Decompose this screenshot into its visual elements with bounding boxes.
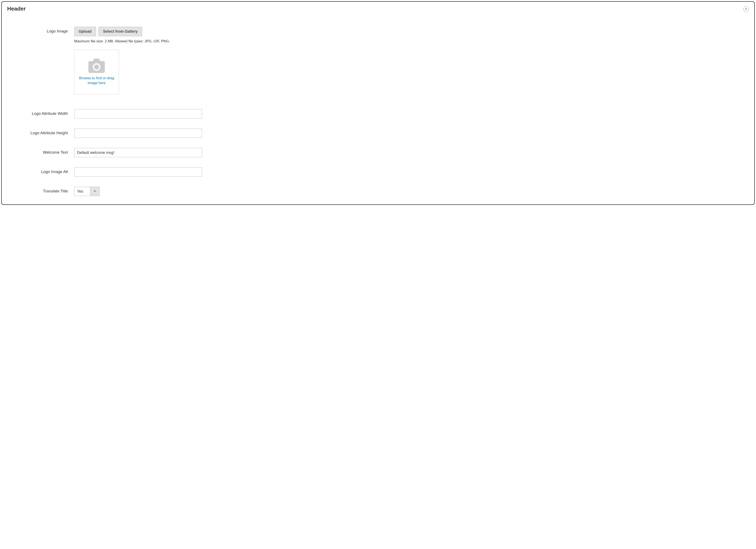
logo-alt-input[interactable] — [74, 167, 202, 177]
row-logo-height: Logo Attribute Height — [9, 129, 749, 138]
label-logo-width: Logo Attribute Width — [9, 109, 74, 116]
translate-title-select[interactable]: Yes — [74, 187, 100, 196]
select-from-gallery-button[interactable]: Select from Gallery — [99, 27, 142, 36]
row-translate-title: Translate Title Yes — [9, 187, 749, 196]
select-arrow — [90, 187, 99, 196]
label-welcome-text: Welcome Text — [9, 148, 74, 155]
row-logo-image: Logo Image Upload Select from Gallery Ma… — [9, 27, 749, 94]
field-logo-image: Upload Select from Gallery Maximum file … — [74, 27, 170, 94]
translate-title-value: Yes — [74, 187, 90, 196]
row-welcome-text: Welcome Text — [9, 148, 749, 157]
svg-point-0 — [93, 64, 100, 70]
logo-width-input[interactable] — [74, 109, 202, 119]
form-body: Logo Image Upload Select from Gallery Ma… — [7, 27, 749, 196]
collapse-toggle[interactable] — [743, 6, 749, 12]
image-dropzone[interactable]: Browse to find or drag image here — [74, 50, 119, 94]
panel-title: Header — [7, 5, 26, 12]
logo-height-input[interactable] — [74, 129, 202, 138]
label-logo-height: Logo Attribute Height — [9, 129, 74, 135]
header-config-panel: Header Logo Image Upload Select from Gal… — [1, 1, 755, 205]
caret-down-icon — [94, 191, 96, 192]
camera-icon — [88, 59, 105, 73]
label-logo-alt: Logo Image Alt — [9, 167, 74, 174]
dropzone-text: Browse to find or drag image here — [77, 76, 117, 86]
row-logo-alt: Logo Image Alt — [9, 167, 749, 177]
upload-hint: Maximum file size: 2 MB. Allowed file ty… — [74, 39, 170, 43]
row-logo-width: Logo Attribute Width — [9, 109, 749, 119]
panel-header: Header — [7, 5, 749, 12]
chevron-up-icon — [745, 8, 747, 10]
upload-button[interactable]: Upload — [74, 27, 96, 36]
label-logo-image: Logo Image — [9, 27, 74, 34]
welcome-text-input[interactable] — [74, 148, 202, 157]
label-translate-title: Translate Title — [9, 187, 74, 194]
